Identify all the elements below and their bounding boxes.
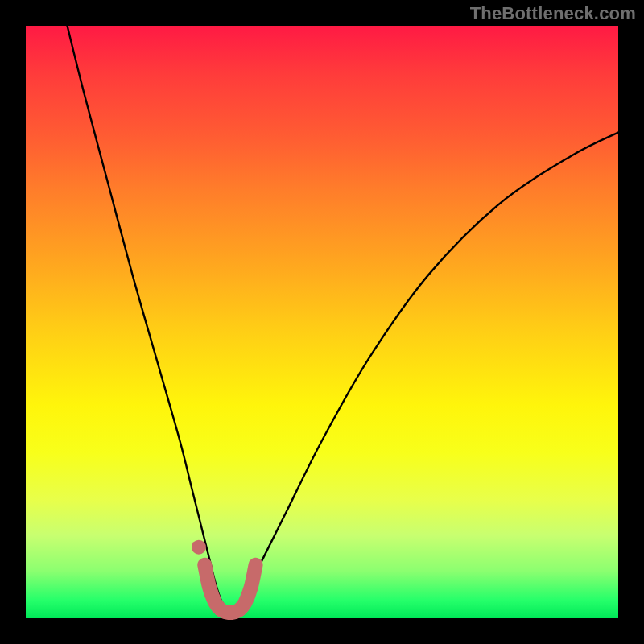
plot-area (26, 26, 618, 618)
valley-marker (204, 565, 255, 613)
bottleneck-curve (68, 26, 618, 613)
chart-frame: TheBottleneck.com (0, 0, 644, 644)
valley-dot (192, 540, 206, 555)
chart-svg (26, 26, 618, 618)
watermark-text: TheBottleneck.com (470, 3, 636, 24)
